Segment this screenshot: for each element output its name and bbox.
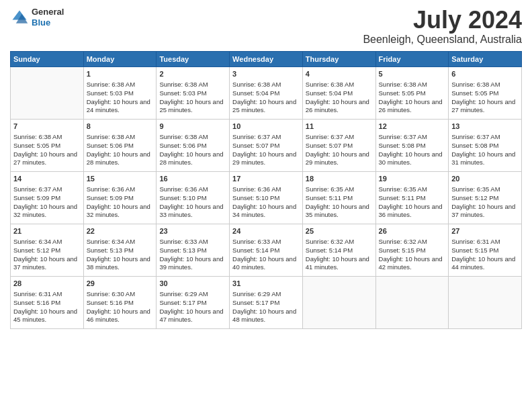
- day-number: 29: [87, 279, 154, 289]
- logo-general: General: [32, 7, 64, 17]
- day-info: Sunrise: 6:30 AM Sunset: 5:16 PM Dayligh…: [87, 290, 154, 324]
- day-number: 9: [159, 122, 226, 132]
- calendar-week-row: 28Sunrise: 6:31 AM Sunset: 5:16 PM Dayli…: [11, 276, 522, 328]
- day-info: Sunrise: 6:37 AM Sunset: 5:07 PM Dayligh…: [232, 133, 300, 167]
- day-info: Sunrise: 6:35 AM Sunset: 5:11 PM Dayligh…: [306, 185, 373, 220]
- day-info: Sunrise: 6:37 AM Sunset: 5:08 PM Dayligh…: [451, 133, 519, 167]
- day-info: Sunrise: 6:38 AM Sunset: 5:06 PM Dayligh…: [87, 133, 154, 167]
- day-info: Sunrise: 6:37 AM Sunset: 5:07 PM Dayligh…: [306, 133, 373, 167]
- col-friday: Friday: [375, 51, 449, 66]
- table-row: 14Sunrise: 6:37 AM Sunset: 5:09 PM Dayli…: [11, 171, 84, 224]
- day-info: Sunrise: 6:31 AM Sunset: 5:16 PM Dayligh…: [13, 290, 81, 324]
- col-saturday: Saturday: [449, 51, 522, 66]
- day-info: Sunrise: 6:38 AM Sunset: 5:03 PM Dayligh…: [159, 81, 226, 115]
- day-number: 7: [13, 122, 81, 132]
- table-row: 26Sunrise: 6:32 AM Sunset: 5:15 PM Dayli…: [375, 224, 449, 276]
- table-row: 18Sunrise: 6:35 AM Sunset: 5:11 PM Dayli…: [302, 171, 375, 224]
- day-number: 10: [232, 122, 300, 132]
- day-number: 20: [451, 174, 519, 184]
- col-wednesday: Wednesday: [230, 51, 303, 66]
- day-info: Sunrise: 6:29 AM Sunset: 5:17 PM Dayligh…: [232, 290, 300, 324]
- table-row: 29Sunrise: 6:30 AM Sunset: 5:16 PM Dayli…: [83, 276, 157, 328]
- day-number: 31: [232, 279, 300, 289]
- table-row: 2Sunrise: 6:38 AM Sunset: 5:03 PM Daylig…: [157, 66, 230, 119]
- table-row: 28Sunrise: 6:31 AM Sunset: 5:16 PM Dayli…: [11, 276, 84, 328]
- day-info: Sunrise: 6:38 AM Sunset: 5:06 PM Dayligh…: [159, 133, 226, 167]
- day-number: 21: [13, 226, 81, 236]
- calendar-week-row: 7Sunrise: 6:38 AM Sunset: 5:05 PM Daylig…: [11, 119, 522, 171]
- table-row: 4Sunrise: 6:38 AM Sunset: 5:04 PM Daylig…: [302, 66, 375, 119]
- day-info: Sunrise: 6:33 AM Sunset: 5:13 PM Dayligh…: [159, 238, 226, 272]
- day-number: 24: [232, 226, 300, 236]
- day-info: Sunrise: 6:38 AM Sunset: 5:05 PM Dayligh…: [13, 133, 81, 167]
- day-info: Sunrise: 6:32 AM Sunset: 5:15 PM Dayligh…: [379, 238, 446, 272]
- table-row: 5Sunrise: 6:38 AM Sunset: 5:05 PM Daylig…: [375, 66, 449, 119]
- header: General Blue July 2024 Beenleigh, Queens…: [10, 7, 522, 46]
- day-number: 26: [379, 226, 446, 236]
- logo-text: General Blue: [32, 7, 64, 28]
- day-number: 23: [159, 226, 226, 236]
- table-row: 12Sunrise: 6:37 AM Sunset: 5:08 PM Dayli…: [375, 119, 449, 171]
- table-row: 17Sunrise: 6:36 AM Sunset: 5:10 PM Dayli…: [230, 171, 303, 224]
- day-number: 3: [232, 69, 300, 79]
- day-info: Sunrise: 6:34 AM Sunset: 5:13 PM Dayligh…: [87, 238, 154, 272]
- page: General Blue July 2024 Beenleigh, Queens…: [0, 0, 532, 411]
- table-row: 7Sunrise: 6:38 AM Sunset: 5:05 PM Daylig…: [11, 119, 84, 171]
- day-info: Sunrise: 6:37 AM Sunset: 5:08 PM Dayligh…: [379, 133, 446, 167]
- weekday-header-row: Sunday Monday Tuesday Wednesday Thursday…: [11, 51, 522, 66]
- col-thursday: Thursday: [302, 51, 375, 66]
- table-row: 20Sunrise: 6:35 AM Sunset: 5:12 PM Dayli…: [449, 171, 522, 224]
- day-info: Sunrise: 6:36 AM Sunset: 5:10 PM Dayligh…: [159, 185, 226, 220]
- day-number: 19: [379, 174, 446, 184]
- calendar-title: July 2024: [363, 7, 522, 34]
- day-info: Sunrise: 6:38 AM Sunset: 5:03 PM Dayligh…: [87, 81, 154, 115]
- day-number: 4: [306, 69, 373, 79]
- day-number: 17: [232, 174, 300, 184]
- day-number: 16: [159, 174, 226, 184]
- table-row: 24Sunrise: 6:33 AM Sunset: 5:14 PM Dayli…: [230, 224, 303, 276]
- day-number: 6: [451, 69, 519, 79]
- day-info: Sunrise: 6:31 AM Sunset: 5:15 PM Dayligh…: [451, 238, 519, 272]
- table-row: 6Sunrise: 6:38 AM Sunset: 5:05 PM Daylig…: [449, 66, 522, 119]
- table-row: 1Sunrise: 6:38 AM Sunset: 5:03 PM Daylig…: [83, 66, 157, 119]
- day-number: 12: [379, 122, 446, 132]
- table-row: 3Sunrise: 6:38 AM Sunset: 5:04 PM Daylig…: [230, 66, 303, 119]
- day-number: 5: [379, 69, 446, 79]
- day-number: 25: [306, 226, 373, 236]
- col-monday: Monday: [83, 51, 157, 66]
- calendar-week-row: 1Sunrise: 6:38 AM Sunset: 5:03 PM Daylig…: [11, 66, 522, 119]
- calendar-week-row: 21Sunrise: 6:34 AM Sunset: 5:12 PM Dayli…: [11, 224, 522, 276]
- day-info: Sunrise: 6:35 AM Sunset: 5:11 PM Dayligh…: [379, 185, 446, 220]
- table-row: 27Sunrise: 6:31 AM Sunset: 5:15 PM Dayli…: [449, 224, 522, 276]
- col-sunday: Sunday: [11, 51, 84, 66]
- day-number: 27: [451, 226, 519, 236]
- day-number: 28: [13, 279, 81, 289]
- table-row: 19Sunrise: 6:35 AM Sunset: 5:11 PM Dayli…: [375, 171, 449, 224]
- day-info: Sunrise: 6:36 AM Sunset: 5:09 PM Dayligh…: [87, 185, 154, 220]
- table-row: 31Sunrise: 6:29 AM Sunset: 5:17 PM Dayli…: [230, 276, 303, 328]
- table-row: 21Sunrise: 6:34 AM Sunset: 5:12 PM Dayli…: [11, 224, 84, 276]
- table-row: 15Sunrise: 6:36 AM Sunset: 5:09 PM Dayli…: [83, 171, 157, 224]
- calendar-week-row: 14Sunrise: 6:37 AM Sunset: 5:09 PM Dayli…: [11, 171, 522, 224]
- day-number: 2: [159, 69, 226, 79]
- day-info: Sunrise: 6:36 AM Sunset: 5:10 PM Dayligh…: [232, 185, 300, 220]
- table-row: [449, 276, 522, 328]
- day-number: 18: [306, 174, 373, 184]
- day-info: Sunrise: 6:35 AM Sunset: 5:12 PM Dayligh…: [451, 185, 519, 220]
- day-info: Sunrise: 6:38 AM Sunset: 5:04 PM Dayligh…: [306, 81, 373, 115]
- day-number: 8: [87, 122, 154, 132]
- day-info: Sunrise: 6:38 AM Sunset: 5:05 PM Dayligh…: [379, 81, 446, 115]
- day-number: 13: [451, 122, 519, 132]
- logo-blue: Blue: [32, 17, 64, 28]
- day-number: 11: [306, 122, 373, 132]
- logo-icon: [10, 8, 29, 27]
- table-row: [302, 276, 375, 328]
- day-number: 1: [87, 69, 154, 79]
- day-number: 14: [13, 174, 81, 184]
- day-info: Sunrise: 6:29 AM Sunset: 5:17 PM Dayligh…: [159, 290, 226, 324]
- logo: General Blue: [10, 7, 64, 28]
- day-info: Sunrise: 6:37 AM Sunset: 5:09 PM Dayligh…: [13, 185, 81, 220]
- table-row: [375, 276, 449, 328]
- table-row: 23Sunrise: 6:33 AM Sunset: 5:13 PM Dayli…: [157, 224, 230, 276]
- day-info: Sunrise: 6:38 AM Sunset: 5:04 PM Dayligh…: [232, 81, 300, 115]
